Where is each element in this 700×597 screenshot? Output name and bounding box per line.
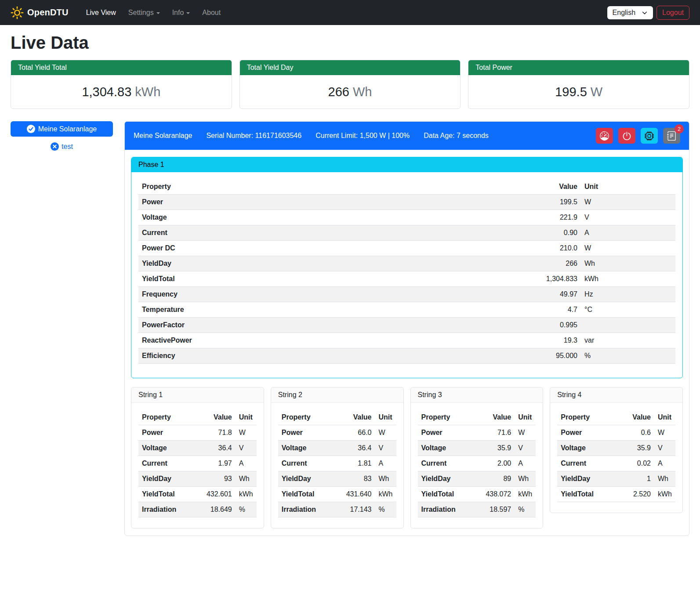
value-cell: 35.9 bbox=[478, 441, 515, 456]
device-info-button[interactable] bbox=[641, 128, 658, 144]
property-cell: YieldTotal bbox=[278, 487, 338, 502]
unit-cell: V bbox=[375, 441, 396, 456]
property-cell: Frequency bbox=[138, 287, 533, 302]
column-header: Unit bbox=[515, 410, 536, 425]
table-row: Current1.97A bbox=[138, 456, 257, 471]
unit-cell: V bbox=[654, 441, 675, 456]
property-cell: Power bbox=[138, 425, 199, 441]
table-row: ReactivePower19.3var bbox=[138, 333, 675, 348]
inverter-item-test[interactable]: test bbox=[11, 142, 113, 151]
phase-table: PropertyValueUnitPower199.5WVoltage221.9… bbox=[138, 179, 675, 364]
unit-cell: Wh bbox=[236, 471, 257, 487]
card-title: Total Yield Day bbox=[240, 60, 461, 75]
column-header: Unit bbox=[581, 179, 675, 195]
event-count-badge: 2 bbox=[675, 124, 684, 134]
card-value: 199.5 bbox=[555, 85, 587, 99]
table-header-row: PropertyValueUnit bbox=[278, 410, 396, 425]
unit-cell: kWh bbox=[654, 487, 675, 502]
table-row: Current0.02A bbox=[557, 456, 675, 471]
property-cell: Current bbox=[418, 456, 478, 471]
unit-cell: A bbox=[375, 456, 396, 471]
table-row: YieldDay89Wh bbox=[418, 471, 536, 487]
column-header: Value bbox=[617, 410, 654, 425]
table-row: Voltage35.9V bbox=[418, 441, 536, 456]
column-header: Property bbox=[418, 410, 478, 425]
column-header: Unit bbox=[654, 410, 675, 425]
nav-item-settings[interactable]: Settings bbox=[122, 5, 166, 20]
value-cell: 36.4 bbox=[199, 441, 236, 456]
string-4-panel: String 4 PropertyValueUnitPower0.6WVolta… bbox=[550, 387, 683, 513]
card-unit: kWh bbox=[135, 85, 160, 99]
table-row: Irradiation18.649% bbox=[138, 502, 257, 517]
property-cell: YieldTotal bbox=[138, 271, 533, 287]
unit-cell: kWh bbox=[375, 487, 396, 502]
event-log-button[interactable]: 2 bbox=[663, 128, 680, 144]
value-cell: 93 bbox=[199, 471, 236, 487]
x-circle-icon bbox=[51, 142, 59, 151]
sun-logo-icon bbox=[11, 6, 24, 19]
language-select[interactable]: English bbox=[607, 6, 653, 19]
value-cell: 4.7 bbox=[533, 302, 581, 318]
brand[interactable]: OpenDTU bbox=[11, 6, 69, 19]
inverter-select-button[interactable]: Meine Solaranlage bbox=[11, 121, 113, 137]
serial-number: Serial Number: 116171603546 bbox=[206, 132, 301, 140]
value-cell: 0.02 bbox=[617, 456, 654, 471]
value-cell: 49.97 bbox=[533, 287, 581, 302]
logout-button[interactable]: Logout bbox=[656, 6, 689, 20]
table-row: Current1.81A bbox=[278, 456, 396, 471]
column-header: Property bbox=[557, 410, 617, 425]
card-unit: W bbox=[591, 85, 602, 99]
string-panel-title: String 4 bbox=[550, 387, 682, 403]
property-cell: Power bbox=[278, 425, 338, 441]
property-cell: Temperature bbox=[138, 302, 533, 318]
property-cell: ReactivePower bbox=[138, 333, 533, 348]
unit-cell bbox=[581, 318, 675, 333]
nav-item-info[interactable]: Info bbox=[166, 5, 196, 20]
nav-item-live-view[interactable]: Live View bbox=[80, 5, 122, 20]
unit-cell: A bbox=[236, 456, 257, 471]
unit-cell: W bbox=[236, 425, 257, 441]
property-cell: YieldDay bbox=[138, 471, 199, 487]
table-row: Efficiency95.000% bbox=[138, 348, 675, 364]
column-header: Property bbox=[138, 179, 533, 195]
unit-cell: % bbox=[515, 502, 536, 517]
card-unit: Wh bbox=[353, 85, 372, 99]
column-header: Unit bbox=[236, 410, 257, 425]
power-button[interactable] bbox=[618, 128, 635, 144]
unit-cell: W bbox=[654, 425, 675, 441]
unit-cell: V bbox=[236, 441, 257, 456]
card-value: 266 bbox=[328, 85, 349, 99]
caret-down-icon bbox=[186, 12, 190, 14]
unit-cell: var bbox=[581, 333, 675, 348]
navbar-right: English Logout bbox=[607, 6, 689, 20]
property-cell: Power DC bbox=[138, 241, 533, 256]
table-row: YieldTotal431.640kWh bbox=[278, 487, 396, 502]
value-cell: 1,304.833 bbox=[533, 271, 581, 287]
nav-item-about[interactable]: About bbox=[196, 5, 227, 20]
property-cell: Voltage bbox=[138, 441, 199, 456]
limit-settings-button[interactable] bbox=[596, 128, 613, 144]
brand-name: OpenDTU bbox=[27, 7, 69, 18]
page-title: Live Data bbox=[11, 33, 689, 53]
table-row: Power DC210.0W bbox=[138, 241, 675, 256]
total-power-card: Total Power 199.5 W bbox=[468, 60, 689, 109]
property-cell: Current bbox=[138, 456, 199, 471]
property-cell: Efficiency bbox=[138, 348, 533, 364]
phase-panel: Phase 1 PropertyValueUnitPower199.5WVolt… bbox=[131, 157, 683, 378]
value-cell: 1.97 bbox=[199, 456, 236, 471]
unit-cell: kWh bbox=[236, 487, 257, 502]
inverter-actions: 2 bbox=[596, 128, 680, 144]
property-cell: Current bbox=[557, 456, 617, 471]
string-panel-title: String 3 bbox=[411, 387, 543, 403]
property-cell: Current bbox=[278, 456, 338, 471]
value-cell: 1 bbox=[617, 471, 654, 487]
value-cell: 0.995 bbox=[533, 318, 581, 333]
card-title: Total Power bbox=[468, 60, 689, 75]
card-value: 1,304.83 bbox=[82, 85, 131, 99]
speedometer-icon bbox=[600, 131, 609, 141]
property-cell: Voltage bbox=[138, 210, 533, 225]
unit-cell: V bbox=[581, 210, 675, 225]
table-row: Voltage36.4V bbox=[278, 441, 396, 456]
inverter-name: Meine Solaranlage bbox=[134, 132, 192, 140]
inverter-panel-header[interactable]: Meine Solaranlage Serial Number: 1161716… bbox=[125, 122, 689, 150]
